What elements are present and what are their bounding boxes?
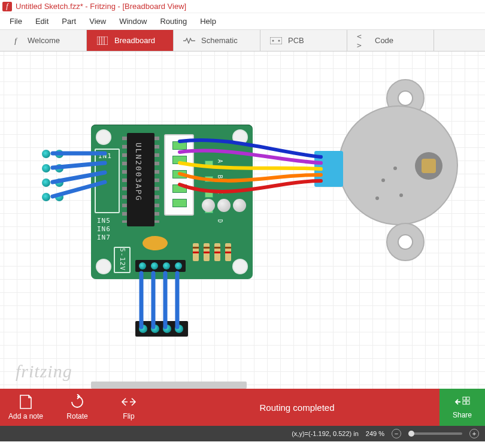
- label-in6: IN6: [97, 225, 111, 233]
- mount-hole-icon: [234, 131, 247, 144]
- led-label-a: A: [217, 159, 223, 164]
- menu-bar: File Edit Part View Window Routing Help: [0, 13, 485, 30]
- svg-rect-8: [466, 397, 469, 400]
- code-icon: < >: [357, 32, 369, 50]
- mount-hole-icon: [234, 260, 247, 273]
- svg-point-5: [272, 40, 274, 41]
- input-header-left[interactable]: [42, 147, 66, 207]
- board-label: IN1: [98, 152, 112, 160]
- cursor-coords: (x,y)=(-1.192, 0.522) in: [292, 430, 359, 437]
- tab-label: Schematic: [201, 36, 238, 45]
- flip-button[interactable]: Flip: [103, 389, 154, 426]
- title-bar: f Untitled Sketch.fzz* - Fritzing - [Bre…: [0, 0, 485, 13]
- power-header[interactable]: [135, 260, 186, 272]
- zoom-thumb[interactable]: [408, 431, 414, 437]
- chip-label: ULN2003APG: [134, 143, 143, 201]
- horizontal-scrollbar[interactable]: [91, 382, 247, 389]
- note-icon: [18, 394, 34, 410]
- svg-point-6: [278, 40, 280, 41]
- led-label-d: D: [217, 219, 223, 223]
- pcb-icon: [270, 37, 282, 44]
- svg-rect-4: [270, 37, 282, 44]
- tool-label: Flip: [123, 412, 134, 420]
- svg-rect-0: [97, 37, 108, 45]
- tab-label: PCB: [288, 36, 304, 45]
- mount-hole-icon: [97, 131, 110, 144]
- menu-edit[interactable]: Edit: [29, 14, 54, 28]
- zoom-slider[interactable]: [408, 432, 462, 435]
- share-label: Share: [453, 411, 472, 419]
- canvas[interactable]: IN1 IN5 IN6 IN7 5-12V ULN2003APG A B C D: [0, 52, 485, 389]
- motor-connector[interactable]: [164, 134, 194, 216]
- zoom-in-button[interactable]: +: [469, 429, 479, 438]
- led-label-c: C: [217, 190, 223, 195]
- label-in7: IN7: [97, 234, 111, 241]
- rotate-icon: [69, 394, 85, 410]
- window-title: Untitled Sketch.fzz* - Fritzing - [Bread…: [16, 2, 186, 11]
- label-voltage: 5-12V: [119, 248, 126, 271]
- tab-label: Breadboard: [114, 36, 155, 45]
- led-label-b: B: [217, 175, 223, 179]
- zoom-out-button[interactable]: −: [392, 429, 401, 438]
- flip-icon: [121, 394, 137, 410]
- routing-status: Routing completed: [154, 402, 439, 413]
- menu-routing[interactable]: Routing: [154, 14, 193, 28]
- tool-label: Rotate: [66, 412, 87, 420]
- motor-shaft: [415, 152, 442, 180]
- rotate-button[interactable]: Rotate: [51, 389, 103, 426]
- tab-breadboard[interactable]: Breadboard: [87, 30, 174, 51]
- tab-schematic[interactable]: Schematic: [174, 30, 260, 51]
- tab-label: Code: [375, 36, 393, 45]
- breadboard-icon: [96, 37, 108, 45]
- capacitors: [202, 199, 246, 212]
- label-in5: IN5: [97, 217, 111, 225]
- svg-rect-7: [463, 397, 466, 400]
- welcome-icon: f: [10, 36, 22, 46]
- tab-label: Welcome: [28, 36, 60, 45]
- schematic-icon: [183, 38, 195, 44]
- menu-file[interactable]: File: [4, 14, 28, 28]
- menu-window[interactable]: Window: [113, 14, 153, 28]
- power-wire-header[interactable]: [135, 321, 188, 337]
- motor-connector-base: [314, 151, 343, 187]
- share-button[interactable]: Share: [439, 389, 485, 426]
- motor-mount-ear: [386, 223, 425, 261]
- tab-pcb[interactable]: PCB: [260, 30, 347, 51]
- view-tabs: f Welcome Breadboard Schematic PCB < > C…: [0, 30, 485, 52]
- zoom-value: 249 %: [366, 430, 384, 437]
- uln2003-driver-board[interactable]: IN1 IN5 IN6 IN7 5-12V ULN2003APG A B C D: [91, 125, 253, 279]
- fritzing-watermark: fritzing: [16, 361, 72, 382]
- status-bar: (x,y)=(-1.192, 0.522) in 249 % − +: [0, 426, 485, 441]
- tab-welcome[interactable]: f Welcome: [0, 30, 87, 51]
- tab-code[interactable]: < > Code: [347, 30, 434, 51]
- menu-part[interactable]: Part: [56, 14, 82, 28]
- svg-rect-10: [466, 401, 469, 404]
- app-logo-icon: f: [2, 2, 12, 11]
- menu-view[interactable]: View: [83, 14, 112, 28]
- mount-hole-icon: [97, 260, 110, 273]
- menu-help[interactable]: Help: [194, 14, 222, 28]
- resistors: [193, 243, 231, 261]
- add-note-button[interactable]: Add a note: [0, 389, 51, 426]
- stepper-motor[interactable]: [320, 81, 476, 267]
- tantalum-cap: [143, 236, 168, 250]
- share-icon: [454, 396, 470, 410]
- svg-rect-9: [463, 401, 466, 404]
- tool-label: Add a note: [8, 412, 43, 420]
- bottom-toolbar: Add a note Rotate Flip Routing completed…: [0, 389, 485, 426]
